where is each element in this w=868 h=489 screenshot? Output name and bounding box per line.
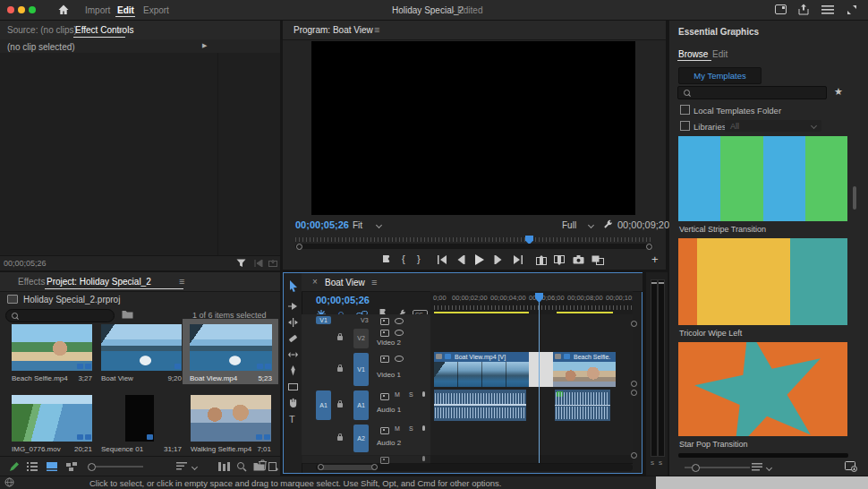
track-a1-name[interactable]: Audio 1 (377, 406, 401, 414)
item-name[interactable]: IMG_0776.mov (12, 445, 61, 453)
h-scrollbar-left-handle[interactable] (318, 464, 324, 470)
track-a2-target-button[interactable]: A2 (353, 425, 369, 452)
button-editor-plus-icon[interactable]: + (651, 253, 659, 266)
track-v1-target-button[interactable]: V1 (353, 353, 369, 386)
timeline-menu-icon[interactable]: ≡ (371, 278, 377, 287)
program-video-display[interactable] (311, 41, 635, 215)
playback-resolution-select[interactable]: Full (562, 220, 576, 230)
export-frame-camera-icon[interactable] (573, 255, 584, 264)
rectangle-tool-icon[interactable] (287, 382, 300, 394)
play-button-icon[interactable] (474, 254, 484, 265)
tab-browse[interactable]: Browse (678, 49, 708, 59)
track-a1-target-button[interactable]: A1 (353, 390, 369, 420)
sync-lock-icon[interactable] (380, 427, 389, 434)
ripple-edit-tool-icon[interactable] (287, 317, 300, 330)
export-frame-icon[interactable] (268, 260, 277, 267)
project-item[interactable]: Walking Selfie.mp4 7;01 (191, 395, 271, 454)
timeline-tab-close-icon[interactable]: × (312, 277, 318, 287)
track-output-eye-icon[interactable] (395, 330, 404, 336)
track-resize-handle[interactable] (631, 452, 637, 459)
project-item-selected[interactable]: Boat View.mp4 5;23 (190, 324, 272, 383)
item-name[interactable]: Walking Selfie.mp4 (191, 445, 251, 453)
template-zoom-handle[interactable] (692, 464, 700, 472)
step-forward-icon[interactable] (494, 255, 503, 264)
track-lane-v3[interactable] (430, 314, 633, 327)
track-resize-handle[interactable] (631, 390, 637, 396)
tab-effects[interactable]: Effects (18, 277, 45, 287)
home-icon[interactable] (57, 4, 70, 16)
tab-export[interactable]: Export (143, 5, 169, 15)
comparison-view-icon[interactable] (591, 255, 604, 265)
local-templates-checkbox[interactable] (680, 105, 690, 115)
track-v3-target-button[interactable]: V3 (361, 317, 369, 323)
tab-import[interactable]: Import (85, 5, 110, 15)
meter-solo-left[interactable]: S (651, 460, 654, 466)
timeline-clip-beach-selfie[interactable]: Beach Selfie. (553, 352, 616, 387)
playhead-line[interactable] (539, 302, 540, 463)
lift-icon[interactable] (536, 255, 547, 265)
project-file-name[interactable]: Holiday Special_2.prproj (23, 295, 120, 305)
zoom-level-select[interactable]: Fit (353, 220, 362, 230)
mark-in-icon[interactable]: { (402, 253, 405, 264)
panel-v-scrollbar-thumb[interactable] (853, 186, 856, 210)
track-lock-icon[interactable] (337, 367, 343, 372)
track-v2-name[interactable]: Video 2 (377, 339, 401, 347)
template-sort-icon[interactable] (752, 463, 762, 471)
type-tool-icon[interactable]: T (289, 414, 295, 425)
effect-controls-menu-icon[interactable]: ≡ (118, 25, 123, 35)
track-lane-a1[interactable] (430, 389, 633, 424)
tab-project[interactable]: Project: Holiday Special_2 (47, 277, 151, 287)
template-card[interactable]: Star Pop Transition (678, 342, 847, 450)
sort-icon[interactable] (176, 462, 187, 470)
zoom-level-chevron-icon[interactable] (376, 222, 382, 228)
share-icon[interactable] (798, 4, 809, 15)
play-around-icon[interactable] (254, 260, 263, 267)
item-name[interactable]: Sequence 01 (101, 445, 143, 453)
icon-view-icon[interactable] (47, 462, 57, 471)
sync-lock-icon[interactable] (380, 330, 389, 337)
search-bin-icon[interactable] (122, 310, 133, 319)
scrollbar-right-handle[interactable] (646, 244, 652, 250)
track-output-eye-icon[interactable] (395, 356, 404, 362)
tab-source-monitor[interactable]: Source: (no clips) (7, 25, 77, 35)
extract-icon[interactable] (554, 255, 565, 265)
tab-program[interactable]: Program: Boat View (294, 25, 373, 35)
track-v2-target-button[interactable]: V2 (353, 329, 369, 348)
mute-button[interactable]: M (395, 391, 400, 398)
item-name[interactable]: Boat View.mp4 (190, 374, 237, 382)
mute-button[interactable]: M (395, 425, 400, 432)
selection-tool-icon[interactable] (287, 280, 300, 293)
go-to-out-icon[interactable] (513, 255, 523, 264)
template-card[interactable]: Vertical Stripe Transition (678, 136, 847, 235)
tab-edit-graphics[interactable]: Edit (712, 49, 728, 59)
source-patch-audio-button[interactable]: A1 (316, 390, 331, 420)
zoom-slider-handle[interactable] (88, 463, 96, 471)
pen-tool-icon[interactable] (287, 365, 300, 378)
track-a2-name[interactable]: Audio 2 (377, 439, 401, 447)
template-zoom-slider[interactable] (685, 467, 750, 468)
project-item[interactable]: Boat View 9;20 (101, 324, 182, 383)
workspace-icon[interactable] (775, 4, 787, 14)
track-lane-a2[interactable] (430, 423, 633, 456)
timeline-timecode[interactable]: 00;00;05;26 (316, 295, 370, 305)
mark-out-icon[interactable]: } (417, 253, 421, 264)
razor-tool-icon[interactable] (287, 333, 300, 346)
thumbnail-zoom-slider[interactable] (88, 466, 143, 468)
favorites-star-icon[interactable]: ★ (834, 86, 843, 98)
list-view-icon[interactable] (27, 462, 38, 471)
template-sort-chevron-icon[interactable] (766, 465, 772, 471)
templates-search-input[interactable] (677, 86, 827, 99)
sync-lock-icon[interactable] (380, 393, 389, 400)
window-close-button[interactable] (7, 6, 14, 13)
item-name[interactable]: Boat View (101, 374, 133, 382)
track-lock-icon[interactable] (337, 403, 343, 408)
selected-gap[interactable] (529, 352, 553, 387)
voiceover-mic-icon[interactable] (422, 425, 425, 431)
resolution-chevron-icon[interactable] (588, 222, 594, 228)
add-marker-icon[interactable] (381, 255, 390, 265)
audio-clip-boat-view[interactable] (434, 390, 526, 421)
track-v1-name[interactable]: Video 1 (377, 371, 401, 379)
timeline-tab-label[interactable]: Boat View (325, 278, 365, 287)
program-scrubber[interactable] (295, 236, 653, 250)
track-output-eye-icon[interactable] (395, 318, 404, 324)
